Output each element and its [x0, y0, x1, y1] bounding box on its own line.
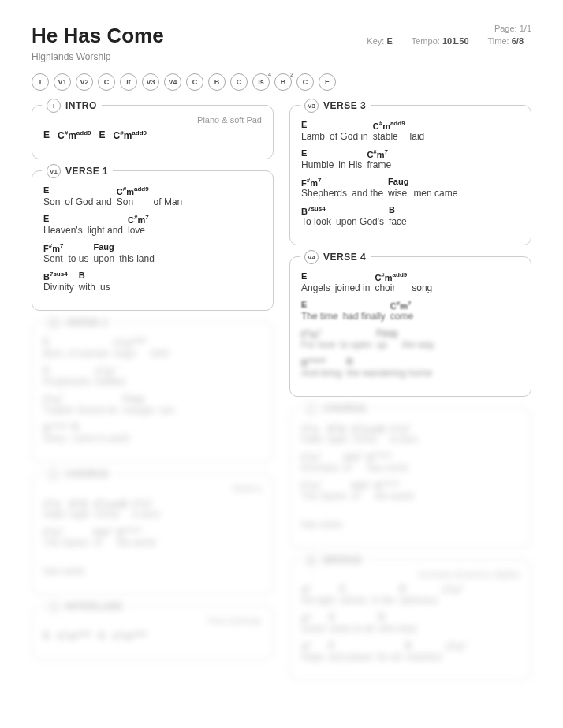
- word-cell: song: [412, 271, 432, 293]
- lyric: of God and: [65, 196, 111, 207]
- section-name: INTERLUDE: [65, 601, 123, 612]
- word-cell: ELamb: [301, 120, 325, 142]
- chord: B7sus4: [301, 357, 341, 368]
- word-cell: light and: [88, 214, 123, 236]
- lyric: the way: [402, 339, 434, 350]
- lyric: the wandering home: [346, 368, 432, 379]
- chord: [413, 177, 457, 188]
- word-cell: Eshines: [340, 584, 367, 606]
- word-cell: C#m7is born: [132, 498, 160, 520]
- lyric: to us: [68, 253, 88, 264]
- nav-pill[interactable]: It: [120, 73, 137, 91]
- nav-pill[interactable]: C: [186, 73, 203, 91]
- section: V4VERSE 4EAngelsjoined inC#madd9choirson…: [289, 256, 531, 397]
- word-cell: B7/Dlujah: [69, 498, 89, 520]
- lyric: fulfilled: [95, 376, 125, 387]
- lyric: news to all: [329, 623, 374, 634]
- nav-pill[interactable]: B: [208, 73, 226, 91]
- lyric: shines: [340, 595, 367, 606]
- lyric: Prophecies: [43, 376, 91, 387]
- lyric: who hear: [378, 623, 417, 634]
- chord: E: [329, 640, 373, 651]
- word-cell: C#m7: [442, 584, 464, 606]
- chord: [412, 271, 432, 282]
- nav-pill[interactable]: Is: [252, 73, 270, 91]
- section: V3VERSE 3ELambof God inC#madd9stablelaid…: [289, 105, 531, 245]
- lyric: darkness: [400, 595, 438, 606]
- chord: C#m: [43, 498, 65, 509]
- word-cell: C#madd9virgin: [114, 337, 146, 359]
- lyric: laid: [410, 131, 425, 142]
- section-nav: IV1V2CItV3V4CBCIsBCE: [32, 73, 531, 91]
- lyric: come to earth: [73, 433, 130, 444]
- nav-pill[interactable]: B: [274, 73, 292, 91]
- word-cell: laid: [410, 120, 425, 142]
- chord: E: [340, 584, 367, 595]
- chord: C#m7: [390, 300, 413, 311]
- chord: E2sus/B: [352, 423, 386, 434]
- chord: F#m7: [43, 394, 73, 405]
- nav-pill[interactable]: I: [32, 73, 49, 91]
- word-cell: us: [100, 271, 110, 293]
- nav-pill[interactable]: V3: [142, 73, 159, 91]
- chord: E: [43, 214, 83, 225]
- chord: [410, 120, 425, 131]
- nav-pill[interactable]: C: [98, 73, 115, 91]
- word-cell: E/G#el: [344, 451, 362, 473]
- chord: [352, 177, 383, 188]
- nav-pill[interactable]: V2: [76, 73, 93, 91]
- chord: B7sus4: [117, 526, 155, 537]
- lyric: men came: [413, 188, 457, 199]
- lyric: choir: [375, 282, 407, 293]
- chord: C#madd9: [58, 630, 91, 642]
- lyric: of Man: [154, 196, 183, 207]
- time-value: 6/8: [512, 36, 524, 46]
- lyric: upon God's: [336, 216, 384, 227]
- word-cell: joined in: [335, 271, 371, 293]
- lyric: to open: [340, 339, 371, 350]
- lyric: el: [344, 462, 362, 473]
- tempo-value: 101.50: [442, 36, 469, 46]
- chord: E/G#: [344, 451, 362, 462]
- word-cell: B7sus4Glory: [43, 422, 68, 444]
- lyric: frame: [367, 159, 391, 170]
- section-badge: B: [304, 553, 319, 567]
- nav-pill[interactable]: V1: [54, 73, 71, 91]
- nav-pill[interactable]: C: [296, 73, 314, 91]
- lyric: Son: [43, 196, 60, 207]
- chord: [338, 148, 362, 159]
- section-badge: V2: [47, 315, 61, 330]
- lyric: Emmanu: [301, 462, 339, 473]
- nav-pill[interactable]: E: [319, 73, 336, 91]
- word-cell: C#m7fulfilled: [95, 365, 125, 387]
- chord: C#madd9: [373, 120, 405, 131]
- word-cell: C#m7frame: [367, 148, 391, 170]
- word-cell: EHumble: [301, 148, 334, 170]
- chord: E: [43, 129, 50, 140]
- word-cell: C#m7: [446, 640, 467, 663]
- word-cell: B7sus4has come: [367, 451, 408, 473]
- chord: C#madd9: [117, 185, 149, 196]
- word-cell: C#madd9: [58, 129, 91, 141]
- chord: C#m7: [442, 584, 464, 595]
- chord: Faug: [376, 328, 397, 339]
- chord: B7sus4: [367, 451, 408, 462]
- word-cell: Enews to all: [329, 612, 374, 634]
- word-cell: and the: [352, 177, 383, 199]
- chord: B: [378, 612, 417, 623]
- nav-pill[interactable]: V4: [164, 73, 181, 91]
- chord: B7sus4: [301, 205, 331, 216]
- lyric: stable: [373, 131, 405, 142]
- lyric: for all: [378, 651, 401, 663]
- section-badge: It: [47, 599, 61, 614]
- lyric: of woman: [68, 348, 109, 359]
- lyric: Halle: [43, 509, 65, 520]
- word-cell: C#madd9choir: [375, 271, 407, 293]
- lyric: is born: [132, 509, 160, 520]
- song-title: He Has Come: [32, 24, 164, 48]
- nav-pill[interactable]: C: [230, 73, 248, 91]
- chord: [43, 554, 84, 566]
- word-cell: in the: [371, 584, 394, 606]
- tempo-label: Tempo:: [412, 36, 440, 46]
- chord: E: [301, 271, 330, 282]
